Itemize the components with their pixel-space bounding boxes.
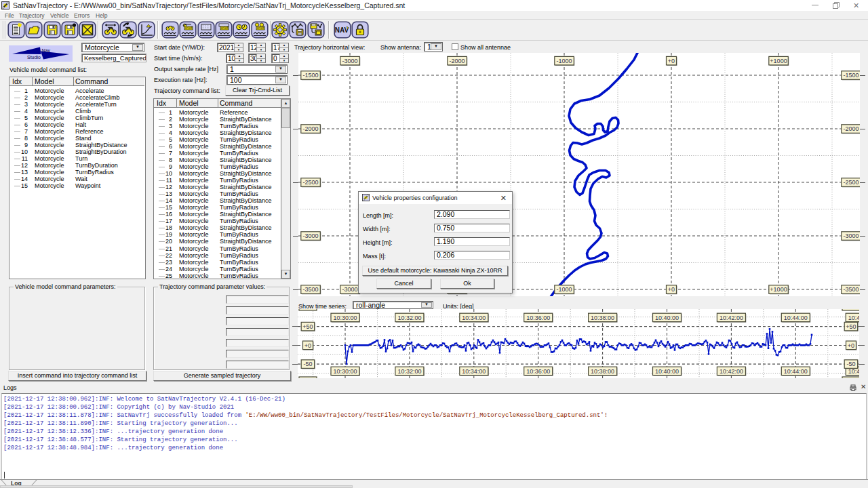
svg-text:10:38:00: 10:38:00 bbox=[591, 368, 614, 375]
svg-text:-3000: -3000 bbox=[302, 232, 318, 239]
svg-text:10:30:00: 10:30:00 bbox=[333, 368, 357, 375]
svg-text:-3000: -3000 bbox=[843, 232, 859, 239]
svg-text:-1500: -1500 bbox=[843, 72, 859, 79]
svg-text:+1000: +1000 bbox=[770, 58, 787, 64]
svg-text:+0: +0 bbox=[848, 342, 854, 349]
svg-text:10:44:00: 10:44:00 bbox=[784, 314, 808, 321]
svg-text:-2000: -2000 bbox=[449, 58, 465, 64]
svg-text:10:40:00: 10:40:00 bbox=[655, 314, 679, 321]
svg-text:10:40:00: 10:40:00 bbox=[655, 368, 679, 375]
svg-text:-3000: -3000 bbox=[342, 286, 357, 293]
svg-text:on/off: on/off bbox=[185, 26, 193, 30]
svg-text:-2000: -2000 bbox=[302, 125, 318, 132]
svg-text:10:32:00: 10:32:00 bbox=[397, 368, 421, 375]
svg-text:10:34:00: 10:34:00 bbox=[462, 368, 486, 375]
svg-text:-3500: -3500 bbox=[302, 286, 318, 293]
svg-text:+50: +50 bbox=[302, 323, 313, 330]
svg-text:+0: +0 bbox=[668, 286, 675, 293]
svg-text:-2500: -2500 bbox=[302, 179, 318, 186]
svg-text:Nav: Nav bbox=[42, 48, 51, 53]
svg-text:10:36:00: 10:36:00 bbox=[526, 368, 550, 375]
svg-text:-1000: -1000 bbox=[556, 286, 572, 293]
svg-text:-3000: -3000 bbox=[342, 58, 357, 64]
svg-text:10:32:00: 10:32:00 bbox=[397, 314, 421, 321]
svg-text:-50: -50 bbox=[303, 361, 312, 367]
svg-text:10:36:00: 10:36:00 bbox=[526, 314, 550, 321]
svg-text:10:30:00: 10:30:00 bbox=[333, 314, 357, 321]
svg-text:+1000: +1000 bbox=[770, 286, 787, 293]
svg-text:10:34:00: 10:34:00 bbox=[462, 314, 486, 321]
svg-text:+0: +0 bbox=[668, 58, 675, 64]
svg-text:-2500: -2500 bbox=[843, 179, 859, 186]
svg-text:on/off: on/off bbox=[220, 26, 229, 30]
svg-text:10:46:00: 10:46:00 bbox=[848, 314, 859, 321]
svg-text:-2000: -2000 bbox=[843, 125, 859, 132]
svg-text:10:42:00: 10:42:00 bbox=[719, 368, 743, 375]
svg-text:Studio: Studio bbox=[27, 55, 41, 60]
svg-text:+0: +0 bbox=[304, 342, 311, 349]
svg-text:on/off: on/off bbox=[256, 26, 264, 30]
svg-text:-50: -50 bbox=[846, 361, 855, 367]
svg-text:10:42:00: 10:42:00 bbox=[719, 314, 743, 321]
svg-text:10:44:00: 10:44:00 bbox=[784, 368, 808, 375]
svg-text:NAV: NAV bbox=[335, 26, 349, 34]
svg-text:-3500: -3500 bbox=[843, 286, 859, 293]
svg-text:+50: +50 bbox=[846, 323, 856, 330]
svg-text:10:38:00: 10:38:00 bbox=[591, 314, 614, 321]
svg-text:-1500: -1500 bbox=[302, 72, 318, 79]
svg-text:-1000: -1000 bbox=[556, 58, 572, 64]
